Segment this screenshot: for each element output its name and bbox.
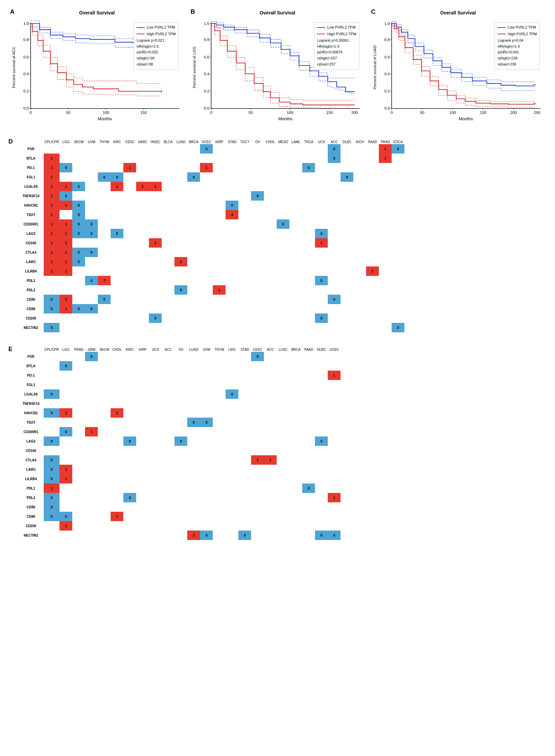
heatmap-cell [289,502,302,512]
heatmap-cell [174,201,187,210]
heatmap-cell [264,313,277,323]
heatmap-cell [98,436,111,446]
heatmap-cell [366,304,379,313]
heatmap-cell [200,238,213,248]
heatmap-cell [302,427,315,436]
heatmap-cell [392,210,404,219]
heatmap-cell: 0 [72,304,85,313]
heatmap-cell [162,229,174,238]
heatmap-cell [315,154,328,163]
heatmap-cell [366,154,379,163]
svg-text:Percent survival of LGG: Percent survival of LGG [192,46,196,88]
heatmap-cell [174,295,187,304]
heatmap-cell [123,371,136,380]
heatmap-cell [200,304,213,313]
heatmap-cell [174,371,187,380]
heatmap-cell [72,436,85,446]
gene-label-CD80: CD80 [20,295,44,304]
gene-label-CD160: CD160 [20,446,44,455]
heatmap-cell [226,182,238,191]
col-header-LUAD: LUAD [174,140,187,144]
heatmap-cell: 0 [72,229,85,238]
heatmap-cell [379,191,392,201]
svg-text:Months: Months [98,116,112,121]
heatmap-cell [251,304,264,313]
svg-text:50: 50 [248,110,253,115]
heatmap-cell [328,191,341,201]
table-row: TIGIT104 [20,210,404,219]
legend-C-high-line: High PVRL2 TPM [498,31,537,37]
heatmap-cell: 1 [44,172,60,182]
heatmap-cell [136,371,149,380]
heatmap-cell [98,361,111,371]
legend-A-logrank: Logrank p=0.021 [136,38,176,44]
legend-A-low-line: Low PVRL2 TPM [136,25,176,31]
heatmap-cell [226,219,238,229]
heatmap-cell [238,418,251,427]
col-header-PAAD: PAAD [302,347,315,352]
heatmap-cell [200,493,213,502]
heatmap-cell [149,484,162,493]
heatmap-cell [162,361,174,371]
heatmap-cell [226,257,238,266]
heatmap-cell [238,436,251,446]
heatmap-cell [187,229,200,238]
heatmap-cell [302,502,315,512]
heatmap-cell [44,418,60,427]
gene-label-CD200: CD200 [20,521,44,531]
heatmap-cell [85,465,98,474]
heatmap-cell [162,313,174,323]
heatmap-cell [379,323,392,332]
svg-text:1.0: 1.0 [24,21,29,26]
heatmap-cell [213,455,226,465]
heatmap-cell [251,238,264,248]
heatmap-cell [98,182,111,191]
heatmap-cell [98,163,111,172]
heatmap-cell [213,352,226,361]
col-header-STAD: STAD [226,140,238,144]
heatmap-cell [162,521,174,531]
col-header-TGCT: TGCT [238,140,251,144]
heatmap-cell: 0 [174,436,187,446]
col-header-CHOL: CHOL [111,347,123,352]
heatmap-cell [366,191,379,201]
heatmap-cell [98,210,111,219]
heatmap-cell [289,210,302,219]
svg-text:100: 100 [103,110,109,115]
heatmap-cell [149,285,162,295]
heatmap-cell [366,229,379,238]
heatmap-cell [379,304,392,313]
heatmap-cell [226,361,238,371]
heatmap-cell [264,521,277,531]
heatmap-cell: 1 [60,201,72,210]
heatmap-cell [213,304,226,313]
heatmap-cell [200,446,213,455]
heatmap-cell [60,436,72,446]
heatmap-cell [149,465,162,474]
heatmap-cell: 1 [44,219,60,229]
heatmap-cell [226,323,238,332]
heatmap-cell [187,361,200,371]
heatmap-cell [251,502,264,512]
heatmap-cell [111,446,123,455]
heatmap-cell [213,182,226,191]
gene-label-PD-1: PD-1 [20,371,44,380]
heatmap-cell [238,276,251,285]
heatmap-cell [187,163,200,172]
heatmap-cell: 0 [328,295,341,304]
heatmap-cell [123,455,136,465]
heatmap-cell: 2 [187,531,200,540]
heatmap-cell [302,389,315,399]
col-header-ACC: ACC [328,140,341,144]
heatmap-cell [277,531,289,540]
heatmap-cell [238,219,251,229]
heatmap-cell [315,257,328,266]
heatmap-cell [44,446,60,455]
heatmap-cell [123,257,136,266]
heatmap-cell: 0 [60,163,72,172]
heatmap-cell [328,418,341,427]
heatmap-cell [302,493,315,502]
table-row: LAIR101 [20,465,341,474]
heatmap-cell [213,229,226,238]
heatmap-cell [328,248,341,257]
